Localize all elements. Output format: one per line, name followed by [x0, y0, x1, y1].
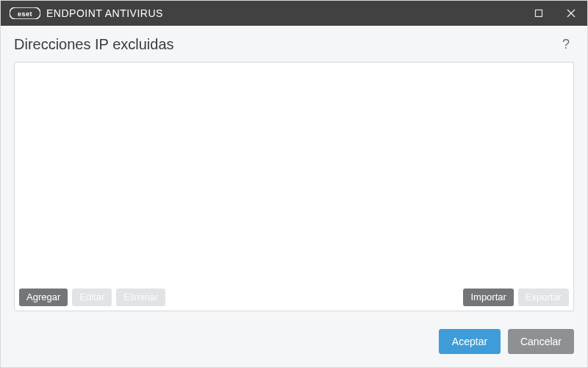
app-window: eset ENDPOINT ANTIVIRUS Direcciones IP e…	[0, 0, 588, 368]
edit-button: Editar	[72, 289, 112, 306]
cancel-button[interactable]: Cancelar	[508, 329, 574, 354]
ip-list-panel: Agregar Editar Eliminar Importar Exporta…	[14, 62, 574, 311]
maximize-icon	[534, 9, 543, 18]
help-button[interactable]: ?	[558, 37, 574, 52]
window-close-button[interactable]	[555, 1, 587, 26]
titlebar: eset ENDPOINT ANTIVIRUS	[1, 1, 587, 26]
export-button: Exportar	[518, 289, 569, 306]
dialog-footer: Aceptar Cancelar	[1, 319, 587, 367]
window-maximize-button[interactable]	[523, 1, 555, 26]
product-name: ENDPOINT ANTIVIRUS	[46, 7, 163, 19]
close-icon	[567, 9, 576, 18]
svg-text:eset: eset	[18, 10, 32, 18]
ok-button[interactable]: Aceptar	[439, 329, 501, 354]
import-button[interactable]: Importar	[463, 289, 513, 306]
brand-logo-icon: eset	[10, 7, 40, 19]
add-button[interactable]: Agregar	[19, 289, 68, 306]
remove-button: Eliminar	[116, 289, 165, 306]
ip-list[interactable]	[15, 63, 573, 285]
svg-rect-2	[536, 10, 542, 17]
panel-toolbar: Agregar Editar Eliminar Importar Exporta…	[15, 285, 573, 311]
page-title: Direcciones IP excluidas	[14, 36, 174, 53]
content-area: Direcciones IP excluidas ? Agregar Edita…	[1, 26, 587, 319]
